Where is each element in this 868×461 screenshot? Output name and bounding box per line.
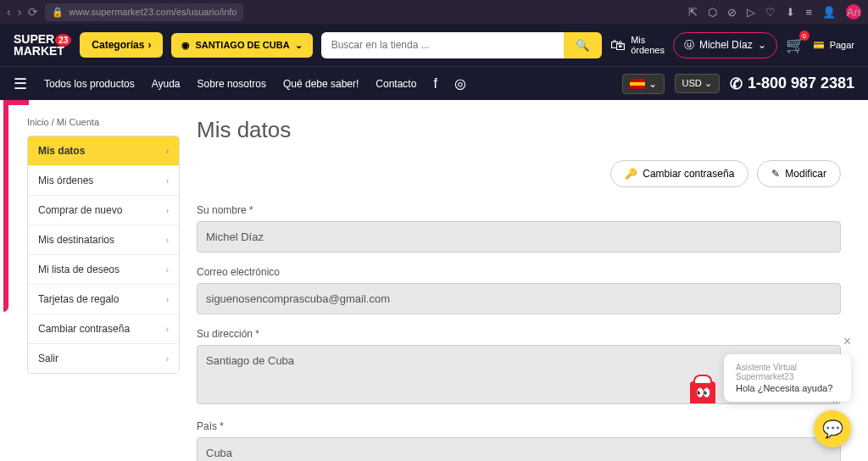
chevron-right-icon: › (166, 206, 169, 215)
chevron-right-icon: › (166, 295, 169, 304)
sidebar-item-recipients[interactable]: Mis destinatarios› (28, 225, 179, 255)
chevron-right-icon: › (166, 325, 169, 334)
profile-avatar[interactable]: An (846, 4, 861, 19)
browser-icons: ⇱ ⬡ ⊘ ▷ ♡ ⬇ ≡ 👤 An (688, 4, 861, 19)
phone-number[interactable]: ✆ 1-800 987 2381 (730, 75, 854, 93)
address-label: Su dirección * (197, 328, 841, 340)
chat-title: Asistente Virtual Supermarket23 (736, 363, 839, 381)
chat-bubble-icon: 💬 (822, 419, 843, 439)
email-field[interactable] (197, 283, 841, 314)
change-password-button[interactable]: 🔑 Cambiar contraseña (610, 160, 748, 187)
chevron-right-icon: › (166, 147, 169, 156)
user-icon: ⓤ (684, 38, 694, 53)
sidebar: Inicio / Mi Cuenta Mis datos› Mis órdene… (27, 117, 180, 461)
reload-button[interactable]: ⟳ (28, 5, 38, 19)
side-menu: Mis datos› Mis órdenes› Comprar de nuevo… (27, 136, 180, 374)
sidebar-item-change-password[interactable]: Cambiar contraseña› (28, 314, 179, 344)
sidebar-item-logout[interactable]: Salir› (28, 344, 179, 373)
search-button[interactable]: 🔍 (564, 32, 602, 58)
instagram-icon[interactable]: ◎ (454, 75, 466, 92)
hamburger-icon[interactable]: ☰ (14, 75, 27, 93)
person-icon[interactable]: 👤 (822, 6, 836, 19)
heart-icon[interactable]: ♡ (765, 6, 776, 19)
actions-bar: 🔑 Cambiar contraseña ✎ Modificar (197, 160, 841, 187)
search-input[interactable] (321, 32, 565, 58)
sidebar-item-buy-again[interactable]: Comprar de nuevo› (28, 196, 179, 225)
nav-bar: ☰ Todos los productos Ayuda Sobre nosotr… (0, 66, 868, 100)
nav-contact[interactable]: Contacto (376, 78, 416, 90)
chevron-right-icon: › (166, 354, 169, 364)
sidebar-item-my-data[interactable]: Mis datos› (28, 136, 179, 166)
edit-icon: ✎ (771, 168, 780, 180)
play-icon[interactable]: ▷ (747, 6, 755, 19)
name-field[interactable] (197, 221, 841, 253)
download-icon[interactable]: ⬇ (786, 6, 795, 19)
browser-bar: ‹ › ⟳ 🔒 www.supermarket23.com/es/usuario… (0, 0, 868, 24)
name-label: Su nombre * (197, 204, 841, 216)
key-icon: 🔑 (625, 168, 637, 180)
chevron-right-icon: › (147, 39, 151, 51)
main-content: Mis datos 🔑 Cambiar contraseña ✎ Modific… (197, 117, 841, 461)
close-icon[interactable]: × (843, 334, 851, 349)
sidebar-item-my-orders[interactable]: Mis órdenes› (28, 166, 179, 196)
chevron-down-icon: ⌄ (648, 78, 657, 90)
breadcrumb: Inicio / Mi Cuenta (27, 117, 180, 127)
block-icon[interactable]: ⊘ (727, 6, 737, 19)
lock-icon: 🔒 (52, 7, 64, 18)
url-text: www.supermarket23.com/es/usuario/info (69, 7, 236, 17)
currency-select[interactable]: USD ⌄ (675, 74, 720, 93)
phone-icon: ✆ (730, 75, 743, 93)
email-label: Correo electrónico (197, 266, 841, 278)
accent-bar (3, 100, 8, 312)
breadcrumb-home[interactable]: Inicio (27, 117, 49, 127)
my-orders-link[interactable]: 🛍 Mis órdenes (610, 35, 665, 55)
ext-icon[interactable]: ⬡ (708, 6, 717, 19)
bag-icon: 🛍 (610, 36, 626, 54)
sidebar-item-gift-cards[interactable]: Tarjetas de regalo› (28, 285, 179, 314)
chat-bot-icon[interactable]: 👀 (690, 381, 715, 403)
nav-all-products[interactable]: Todos los productos (44, 78, 135, 90)
pay-icon: 💳 (813, 40, 825, 51)
breadcrumb-current: Mi Cuenta (57, 117, 99, 127)
url-bar[interactable]: 🔒 www.supermarket23.com/es/usuario/info (45, 3, 243, 21)
facebook-icon[interactable]: f (433, 76, 437, 92)
modify-button[interactable]: ✎ Modificar (757, 160, 841, 187)
chevron-down-icon: ⌄ (758, 39, 766, 51)
chevron-right-icon: › (166, 176, 169, 186)
pay-link[interactable]: 💳 Pagar (813, 40, 854, 51)
logo[interactable]: SUPER23 MARKET (14, 33, 71, 57)
country-label: País * (197, 420, 841, 432)
user-menu[interactable]: ⓤ Michel Díaz ⌄ (673, 32, 777, 58)
chevron-right-icon: › (166, 265, 169, 275)
search-wrap: 🔍 (321, 32, 603, 58)
spain-flag-icon (630, 79, 645, 89)
chevron-down-icon: ⌄ (295, 40, 303, 51)
location-button[interactable]: ◉ SANTIAGO DE CUBA ⌄ (171, 33, 312, 58)
location-icon: ◉ (181, 40, 190, 51)
chat-popup: × Asistente Virtual Supermarket23 Hola ¿… (724, 354, 851, 402)
back-button[interactable]: ‹ (7, 5, 11, 19)
top-header: SUPER23 MARKET Categorías › ◉ SANTIAGO D… (0, 24, 868, 66)
cart-count: 0 (799, 31, 810, 41)
nav-must-know[interactable]: Qué debe saber! (283, 78, 359, 90)
sidebar-item-wishlist[interactable]: Mi lista de deseos› (28, 255, 179, 285)
chevron-down-icon: ⌄ (704, 78, 712, 88)
cart-button[interactable]: 🛒 0 (786, 36, 804, 54)
categories-button[interactable]: Categorías › (80, 32, 163, 58)
nav-about[interactable]: Sobre nosotros (198, 78, 266, 90)
nav-help[interactable]: Ayuda (152, 78, 181, 90)
chevron-right-icon: › (166, 236, 169, 245)
chat-message: Hola ¿Necesita ayuda? (736, 383, 839, 393)
page-title: Mis datos (197, 117, 841, 143)
search-icon: 🔍 (576, 39, 590, 52)
chat-fab[interactable]: 💬 (814, 410, 851, 447)
country-field[interactable] (197, 437, 841, 461)
share-icon[interactable]: ⇱ (688, 6, 698, 19)
language-select[interactable]: ⌄ (622, 74, 665, 94)
list-icon[interactable]: ≡ (805, 6, 812, 19)
forward-button[interactable]: › (18, 5, 22, 19)
